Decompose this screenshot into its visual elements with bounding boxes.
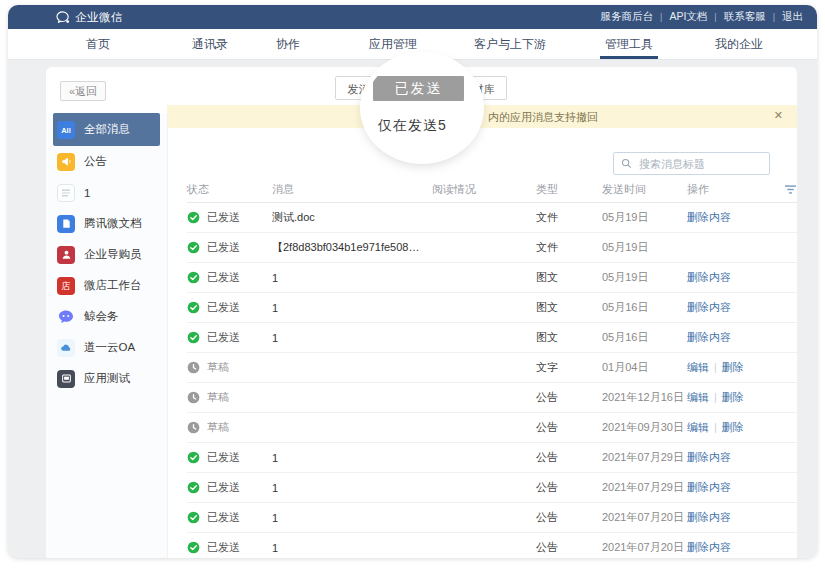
column-header-1: 状态 xyxy=(187,182,272,197)
status-draft-icon xyxy=(187,391,200,404)
delete-content-link[interactable]: 删除内容 xyxy=(687,211,731,223)
filter-icon[interactable] xyxy=(780,184,797,195)
status-sent-icon xyxy=(187,211,200,224)
list-doc-icon xyxy=(57,184,75,202)
sidebar-item-label: 1 xyxy=(84,187,90,199)
nav-tab-2[interactable]: 通讯录 xyxy=(192,29,228,59)
delete-content-link[interactable]: 删除内容 xyxy=(687,451,731,463)
topbar-link[interactable]: 服务商后台 xyxy=(601,10,654,24)
delete-content-link[interactable]: 删除内容 xyxy=(687,481,731,493)
search-input[interactable] xyxy=(637,157,762,171)
actions-cell: 删除内容 xyxy=(687,540,780,555)
message-text: 1 xyxy=(272,482,432,494)
nav-tab-3[interactable]: 协作 xyxy=(276,29,300,59)
notice-close-icon[interactable]: ✕ xyxy=(774,109,783,122)
delete-link[interactable]: 删除 xyxy=(722,361,744,373)
actions-cell: 删除内容 xyxy=(687,450,780,465)
sidebar-item-6[interactable]: 店微店工作台 xyxy=(53,270,160,301)
sidebar-item-3[interactable]: 1 xyxy=(53,177,160,208)
sidebar-item-label: 腾讯微文档 xyxy=(84,216,142,231)
action-separator: | xyxy=(714,391,717,403)
date-text: 2021年12月16日 xyxy=(602,390,687,405)
date-text: 05月19日 xyxy=(602,270,687,285)
type-text: 文件 xyxy=(536,240,602,255)
delete-content-link[interactable]: 删除内容 xyxy=(687,301,731,313)
type-text: 公告 xyxy=(536,480,602,495)
status-sent-icon xyxy=(187,271,200,284)
sidebar-item-1[interactable]: All全部消息 xyxy=(53,113,160,146)
sidebar-item-4[interactable]: 腾讯微文档 xyxy=(53,208,160,239)
status-sent-icon xyxy=(187,541,200,554)
topbar-link[interactable]: API文档 xyxy=(669,10,707,24)
table-row: 已发送1图文05月19日删除内容 xyxy=(187,263,797,293)
magnifier-overlay: 已发送 仅在发送5 xyxy=(365,57,479,159)
delete-link[interactable]: 删除 xyxy=(722,421,744,433)
topbar-link-separator: | xyxy=(773,12,775,22)
status-cell: 已发送 xyxy=(187,240,272,255)
topbar: 企业微信 服务商后台|API文档|联系客服|退出 xyxy=(8,5,817,29)
table-row: 已发送1公告2021年07月29日删除内容 xyxy=(187,473,797,503)
delete-content-link[interactable]: 删除内容 xyxy=(687,511,731,523)
table-row: 已发送1公告2021年07月20日删除内容 xyxy=(187,503,797,533)
nav-tab-1[interactable]: 首页 xyxy=(86,29,110,59)
main-nav: 首页通讯录协作应用管理客户与上下游管理工具我的企业 xyxy=(8,29,817,60)
nav-tab-6[interactable]: 管理工具 xyxy=(605,29,653,59)
date-text: 2021年07月29日 xyxy=(602,450,687,465)
edit-link[interactable]: 编辑 xyxy=(687,421,709,433)
sidebar-item-7[interactable]: 鲸会务 xyxy=(53,301,160,332)
table-row: 草稿公告2021年09月30日编辑|删除 xyxy=(187,413,797,443)
actions-cell: 删除内容 xyxy=(687,480,780,495)
shop-icon: 店 xyxy=(57,277,75,295)
status-cell: 草稿 xyxy=(187,360,272,375)
actions-cell: 删除内容 xyxy=(687,510,780,525)
sidebar-item-8[interactable]: 道一云OA xyxy=(53,332,160,363)
status-cell: 已发送 xyxy=(187,270,272,285)
topbar-link[interactable]: 联系客服 xyxy=(724,10,766,24)
status-sent-icon xyxy=(187,451,200,464)
date-text: 2021年09月30日 xyxy=(602,420,687,435)
status-label: 已发送 xyxy=(207,510,240,525)
sidebar-item-label: 公告 xyxy=(84,154,107,169)
actions-cell: 编辑|删除 xyxy=(687,360,780,375)
status-cell: 已发送 xyxy=(187,300,272,315)
message-text: 1 xyxy=(272,272,432,284)
column-header-3: 阅读情况 xyxy=(432,182,536,197)
topbar-link[interactable]: 退出 xyxy=(782,10,803,24)
delete-link[interactable]: 删除 xyxy=(722,391,744,403)
table-row: 已发送1公告2021年07月20日删除内容 xyxy=(187,533,797,558)
sidebar-item-9[interactable]: 应用测试 xyxy=(53,363,160,394)
all-badge-icon: All xyxy=(57,121,75,139)
nav-tab-4[interactable]: 应用管理 xyxy=(369,29,417,59)
message-text: 1 xyxy=(272,332,432,344)
column-header-6: 操作 xyxy=(687,182,780,197)
status-cell: 已发送 xyxy=(187,510,272,525)
status-draft-icon xyxy=(187,361,200,374)
message-text: 【2f8d83bf034b1e971fe5083eea... xyxy=(272,240,432,255)
sidebar-item-5[interactable]: 企业导购员 xyxy=(53,239,160,270)
cloud-icon xyxy=(57,339,75,357)
edit-link[interactable]: 编辑 xyxy=(687,361,709,373)
type-text: 公告 xyxy=(536,420,602,435)
status-cell: 已发送 xyxy=(187,450,272,465)
nav-tab-7[interactable]: 我的企业 xyxy=(715,29,763,59)
edit-link[interactable]: 编辑 xyxy=(687,391,709,403)
sidebar-item-2[interactable]: 公告 xyxy=(53,146,160,177)
actions-cell: 删除内容 xyxy=(687,210,780,225)
nav-tab-5[interactable]: 客户与上下游 xyxy=(474,29,546,59)
type-text: 公告 xyxy=(536,540,602,555)
table-row: 已发送1图文05月16日删除内容 xyxy=(187,293,797,323)
delete-content-link[interactable]: 删除内容 xyxy=(687,331,731,343)
delete-content-link[interactable]: 删除内容 xyxy=(687,541,731,553)
sidebar-item-label: 道一云OA xyxy=(84,340,135,355)
type-text: 公告 xyxy=(536,510,602,525)
back-button[interactable]: «返回 xyxy=(60,81,106,101)
status-label: 已发送 xyxy=(207,270,240,285)
status-sent-icon xyxy=(187,511,200,524)
type-text: 公告 xyxy=(536,450,602,465)
delete-content-link[interactable]: 删除内容 xyxy=(687,271,731,283)
message-text: 1 xyxy=(272,512,432,524)
column-header-5: 发送时间 xyxy=(602,182,687,197)
person-icon xyxy=(57,246,75,264)
brand: 企业微信 xyxy=(56,10,123,25)
table-header-row: 状态消息阅读情况类型发送时间操作 xyxy=(187,177,797,203)
